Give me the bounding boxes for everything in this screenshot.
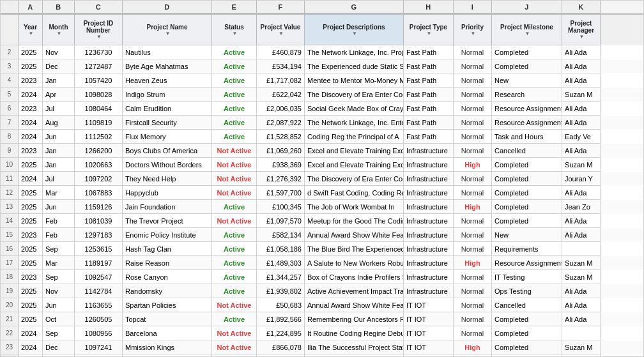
table-row[interactable]: 24 2024 Nov 1097151 Apollo Active £1,977… — [1, 354, 643, 357]
table-row[interactable]: 4 2023 Jan 1057420 Heaven Zeus Active £1… — [1, 73, 643, 87]
cell-manager: Ali Ada — [562, 228, 601, 242]
table-row[interactable]: 13 2025 Jun 1159126 Jain Foundation Acti… — [1, 200, 643, 214]
cell-status: Active — [212, 45, 257, 59]
cell-priority: Normal — [454, 312, 492, 326]
header-project-value[interactable]: Project Value▼ — [257, 15, 305, 45]
cell-priority: High — [454, 158, 492, 172]
header-status[interactable]: Status▼ — [212, 15, 257, 45]
cell-status: Not Active — [212, 144, 257, 158]
table-row[interactable]: 15 2023 Feb 1297183 Enomic Policy Instit… — [1, 228, 643, 242]
cell-id: 1266200 — [75, 144, 123, 158]
table-row[interactable]: 3 2025 Dec 1272487 Byte Age Mahatmas Act… — [1, 59, 643, 73]
cell-manager: Eady Ve — [562, 130, 601, 144]
col-letter-g: G — [305, 1, 404, 13]
cell-month: Dec — [43, 59, 75, 73]
table-row[interactable]: 10 2025 Jan 1020663 Doctors Without Bord… — [1, 158, 643, 172]
cell-name: Hash Tag Clan — [123, 242, 212, 256]
table-row[interactable]: 16 2025 Sep 1253615 Hash Tag Clan Active… — [1, 242, 643, 256]
table-row[interactable]: 18 2023 Sep 1092547 Rose Canyon Active £… — [1, 270, 643, 284]
cell-name: Enomic Policy Institute — [123, 228, 212, 242]
cell-value: £622,042 — [257, 87, 305, 102]
col-letter-a: A — [19, 1, 43, 13]
cell-type: Fast Path — [404, 73, 454, 87]
cell-manager — [562, 326, 601, 340]
cell-desc: Social Geek Made Box of Crayo — [305, 102, 404, 116]
table-row[interactable]: 23 2024 Dec 1097241 Mmission Kings Not A… — [1, 340, 643, 354]
header-priority[interactable]: Priority▼ — [454, 15, 492, 45]
table-row[interactable]: 2 2025 Nov 1236730 Nautilus Active £460,… — [1, 45, 643, 59]
cell-value: £1,097,570 — [257, 214, 305, 228]
cell-id: 1112502 — [75, 130, 123, 144]
cell-month: Mar — [43, 256, 75, 270]
cell-milestone: Cancelled — [492, 298, 562, 312]
cell-milestone: Research — [492, 87, 562, 102]
cell-desc: Excel and Elevate Training Exca — [305, 144, 404, 158]
cell-status: Active — [212, 59, 257, 73]
cell-type: IT IOT — [404, 354, 454, 357]
cell-month: Jun — [43, 200, 75, 214]
cell-milestone: Completed — [492, 158, 562, 172]
cell-milestone: New — [492, 73, 562, 87]
cell-year: 2023 — [19, 228, 43, 242]
cell-year: 2024 — [19, 87, 43, 102]
cell-name: Nautilus — [123, 45, 212, 59]
header-manager[interactable]: Project Manager▼ — [562, 15, 601, 45]
cell-priority: Normal — [454, 270, 492, 284]
cell-id: 1097202 — [75, 172, 123, 186]
cell-desc: Excel and Elevate Training Exca — [305, 158, 404, 172]
header-project-id[interactable]: Project ID Number▼ — [75, 15, 123, 45]
row-number: 18 — [1, 270, 19, 284]
table-row[interactable]: 7 2024 Aug 1109819 Firstcall Security Ac… — [1, 116, 643, 130]
header-year[interactable]: Year▼ — [19, 15, 43, 45]
cell-month: Jul — [43, 172, 75, 186]
cell-milestone: Ops Testing — [492, 284, 562, 298]
cell-value: £1,597,700 — [257, 186, 305, 200]
header-milestone[interactable]: Project Milestone▼ — [492, 15, 562, 45]
cell-month: Jan — [43, 73, 75, 87]
cell-name: Randomsky — [123, 284, 212, 298]
table-row[interactable]: 19 2025 Nov 1142784 Randomsky Active £1,… — [1, 284, 643, 298]
cell-month: Feb — [43, 214, 75, 228]
cell-year: 2024 — [19, 130, 43, 144]
row-number: 10 — [1, 158, 19, 172]
table-row[interactable]: 22 2024 Sep 1080956 Barcelona Not Active… — [1, 326, 643, 340]
cell-priority: Normal — [454, 186, 492, 200]
table-row[interactable]: 5 2024 Apr 1098028 Indigo Strum Active £… — [1, 87, 643, 102]
cell-milestone: Completed — [492, 200, 562, 214]
col-letter-i: I — [454, 1, 492, 13]
table-row[interactable]: 21 2025 Oct 1260505 Topcat Active £1,892… — [1, 312, 643, 326]
cell-id: 1253615 — [75, 242, 123, 256]
table-row[interactable]: 9 2023 Jan 1266200 Boys Clubs Of America… — [1, 144, 643, 158]
cell-month: Jan — [43, 144, 75, 158]
header-project-descriptions[interactable]: Project Descriptions▼ — [305, 15, 404, 45]
header-project-name[interactable]: Project Name▼ — [123, 15, 212, 45]
table-row[interactable]: 17 2025 Mar 1189197 Raise Reason Active … — [1, 256, 643, 270]
table-row[interactable]: 6 2023 Jul 1080464 Calm Erudition Active… — [1, 102, 643, 116]
table-row[interactable]: 14 2025 Feb 1081039 The Trevor Project N… — [1, 214, 643, 228]
cell-priority: Normal — [454, 116, 492, 130]
cell-id: 1236730 — [75, 45, 123, 59]
cell-desc: Mentee to Mentor Mo-Money Ma — [305, 73, 404, 87]
table-row[interactable]: 8 2024 Jun 1112502 Flux Memory Active £1… — [1, 130, 643, 144]
cell-status: Active — [212, 102, 257, 116]
header-project-type[interactable]: Project Type▼ — [404, 15, 454, 45]
cell-milestone: IT Testing — [492, 270, 562, 284]
cell-desc: Coding Reg the Principal of A — [305, 130, 404, 144]
cell-manager: Jouran Y — [562, 172, 601, 186]
table-row[interactable]: 12 2025 Mar 1067883 Happyclub Not Active… — [1, 186, 643, 200]
cell-status: Not Active — [212, 298, 257, 312]
cell-name: They Need Help — [123, 172, 212, 186]
cell-priority: Normal — [454, 144, 492, 158]
cell-year: 2024 — [19, 172, 43, 186]
col-letter-b: B — [43, 1, 75, 13]
cell-desc: Active Achievement Impact Trai — [305, 284, 404, 298]
table-row[interactable]: 20 2025 Jun 1163655 Spartan Policies Not… — [1, 298, 643, 312]
cell-name: Happyclub — [123, 186, 212, 200]
cell-desc: Remembering Our Ancestors Fa — [305, 312, 404, 326]
cell-month: Nov — [43, 354, 75, 357]
cell-type: IT IOT — [404, 326, 454, 340]
cell-year: 2025 — [19, 186, 43, 200]
cell-desc: d Swift Fast Coding, Coding Reg Infra — [305, 186, 404, 200]
header-month[interactable]: Month▼ — [43, 15, 75, 45]
table-row[interactable]: 11 2024 Jul 1097202 They Need Help Not A… — [1, 172, 643, 186]
